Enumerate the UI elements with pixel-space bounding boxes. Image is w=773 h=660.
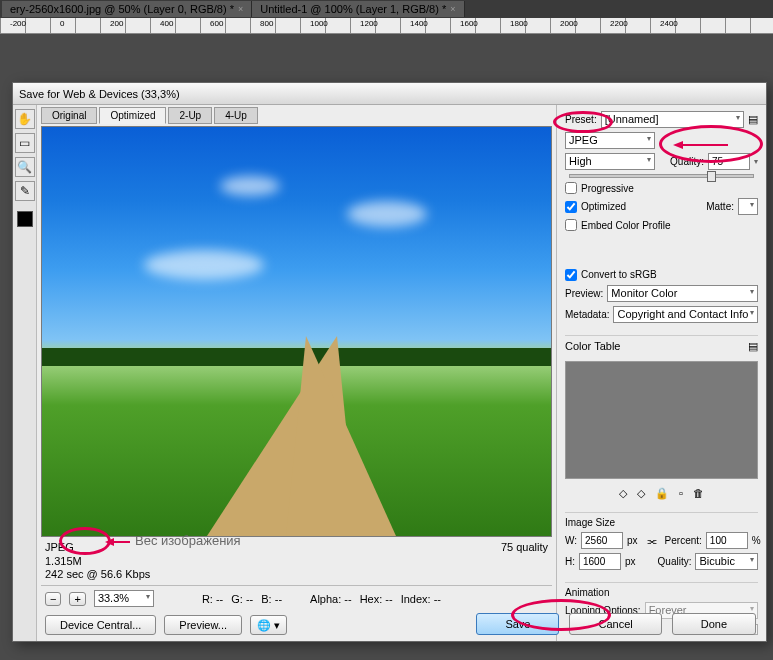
metadata-label: Metadata: (565, 309, 609, 320)
zoom-status-bar: − + 33.3% R: -- G: -- B: -- Alpha: -- He… (41, 585, 552, 611)
dialog-footer: Save Cancel Done (476, 613, 756, 635)
preset-select[interactable]: [Unnamed] (601, 111, 744, 128)
document-tab-1[interactable]: ery-2560x1600.jpg @ 50% (Layer 0, RGB/8)… (2, 1, 252, 17)
dialog-title: Save for Web & Devices (33,3%) (19, 88, 180, 100)
embed-profile-checkbox[interactable] (565, 219, 577, 231)
optimized-checkbox[interactable] (565, 201, 577, 213)
image-preview[interactable] (41, 126, 552, 537)
color-table[interactable] (565, 361, 758, 480)
animation-section: Animation (565, 582, 758, 598)
preview-filesize: 1.315M (45, 555, 150, 568)
quality-preset-select[interactable]: High (565, 153, 655, 170)
convert-srgb-checkbox[interactable] (565, 269, 577, 281)
close-icon[interactable]: × (450, 4, 455, 14)
tab-label: Untitled-1 @ 100% (Layer 1, RGB/8) * (260, 3, 446, 15)
matte-label: Matte: (706, 201, 734, 212)
convert-label: Convert to sRGB (581, 269, 657, 280)
progressive-label: Progressive (581, 183, 634, 194)
preview-pane: Original Optimized 2-Up 4-Up JPEG 1.315M (37, 105, 556, 641)
progressive-checkbox[interactable] (565, 182, 577, 194)
preview-info-bar: JPEG 1.315M 242 sec @ 56.6 Kbps 75 quali… (41, 539, 552, 583)
zoom-out-button[interactable]: − (45, 592, 61, 606)
embed-label: Embed Color Profile (581, 220, 670, 231)
done-button[interactable]: Done (672, 613, 756, 635)
width-input[interactable] (581, 532, 623, 549)
width-label: W: (565, 535, 577, 546)
metadata-select[interactable]: Copyright and Contact Info (613, 306, 758, 323)
tab-original[interactable]: Original (41, 107, 97, 124)
tab-label: ery-2560x1600.jpg @ 50% (Layer 0, RGB/8)… (10, 3, 234, 15)
dialog-titlebar[interactable]: Save for Web & Devices (33,3%) (13, 83, 766, 105)
image-size-section: Image Size (565, 512, 758, 528)
optimized-label: Optimized (581, 201, 626, 212)
browser-preview-button[interactable]: 🌐 ▾ (250, 615, 287, 635)
readout-r: R: -- (202, 593, 223, 605)
eyedropper-color-swatch[interactable] (17, 211, 33, 227)
device-central-button[interactable]: Device Central... (45, 615, 156, 635)
readout-alpha: Alpha: -- (310, 593, 352, 605)
zoom-in-button[interactable]: + (69, 592, 85, 606)
zoom-tool-icon[interactable]: 🔍 (15, 157, 35, 177)
tab-2up[interactable]: 2-Up (168, 107, 212, 124)
document-tab-2[interactable]: Untitled-1 @ 100% (Layer 1, RGB/8) *× (252, 1, 464, 17)
close-icon[interactable]: × (238, 4, 243, 14)
save-button[interactable]: Save (476, 613, 559, 635)
save-for-web-dialog: Save for Web & Devices (33,3%) ✋ ▭ 🔍 ✎ O… (12, 82, 767, 642)
readout-hex: Hex: -- (360, 593, 393, 605)
quality-label: Quality: (670, 156, 704, 167)
height-input[interactable] (579, 553, 621, 570)
icon[interactable]: ▫ (679, 487, 683, 500)
matte-select[interactable] (738, 198, 758, 215)
percent-label: Percent: (665, 535, 702, 546)
preview-select[interactable]: Monitor Color (607, 285, 758, 302)
slice-tool-icon[interactable]: ▭ (15, 133, 35, 153)
resample-select[interactable]: Bicubic (695, 553, 758, 570)
zoom-select[interactable]: 33.3% (94, 590, 154, 607)
panel-menu-icon[interactable]: ▤ (748, 340, 758, 353)
link-icon[interactable]: ⫘ (646, 535, 657, 547)
readout-b: B: -- (261, 593, 282, 605)
percent-input[interactable] (706, 532, 748, 549)
readout-g: G: -- (231, 593, 253, 605)
preview-button[interactable]: Preview... (164, 615, 242, 635)
height-label: H: (565, 556, 575, 567)
cancel-button[interactable]: Cancel (569, 613, 661, 635)
format-select[interactable]: JPEG (565, 132, 655, 149)
icon[interactable]: 🔒 (655, 487, 669, 500)
color-table-section: Color Table▤ (565, 335, 758, 353)
chevron-down-icon[interactable]: ▾ (754, 157, 758, 166)
panel-menu-icon[interactable]: ▤ (748, 113, 758, 126)
preview-speed: 242 sec @ 56.6 Kbps (45, 568, 150, 581)
preview-format: JPEG (45, 541, 150, 554)
tab-4up[interactable]: 4-Up (214, 107, 258, 124)
quality-slider[interactable] (569, 174, 754, 178)
slider-thumb[interactable] (707, 171, 716, 182)
horizontal-ruler: -200020040060080010001200140016001800200… (0, 18, 773, 34)
quality-input[interactable] (708, 153, 750, 170)
readout-index: Index: -- (401, 593, 441, 605)
document-tabs: ery-2560x1600.jpg @ 50% (Layer 0, RGB/8)… (0, 0, 773, 18)
color-table-icons: ◇◇🔒▫🗑 (565, 487, 758, 500)
settings-panel: Preset:[Unnamed]▤ JPEG HighQuality:▾ Pro… (556, 105, 766, 641)
trash-icon[interactable]: 🗑 (693, 487, 704, 500)
preview-quality: 75 quality (501, 541, 548, 581)
preset-label: Preset: (565, 114, 597, 125)
icon[interactable]: ◇ (637, 487, 645, 500)
view-tabs: Original Optimized 2-Up 4-Up (41, 107, 552, 124)
icon[interactable]: ◇ (619, 487, 627, 500)
preview-label: Preview: (565, 288, 603, 299)
tab-optimized[interactable]: Optimized (99, 107, 166, 124)
tool-column: ✋ ▭ 🔍 ✎ (13, 105, 37, 641)
hand-tool-icon[interactable]: ✋ (15, 109, 35, 129)
resample-label: Quality: (658, 556, 692, 567)
eyedropper-tool-icon[interactable]: ✎ (15, 181, 35, 201)
